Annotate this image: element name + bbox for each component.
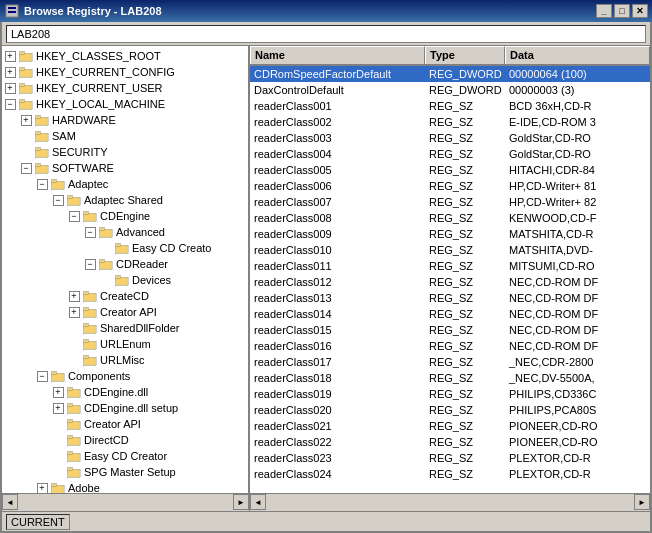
scroll-right-button[interactable]: ► (233, 494, 249, 510)
expand-icon-collapsed[interactable] (34, 480, 50, 493)
table-row[interactable]: readerClass001 REG_SZ BCD 36xH,CD-R (250, 98, 650, 114)
tree-item-creator_api2[interactable]: Creator API (2, 416, 248, 432)
table-row[interactable]: readerClass005 REG_SZ HITACHI,CDR-84 (250, 162, 650, 178)
registry-table[interactable]: CDRomSpeedFactorDefault REG_DWORD 000000… (250, 66, 650, 493)
window-controls: _ □ ✕ (596, 4, 648, 18)
tree-item-devices[interactable]: Devices (2, 272, 248, 288)
folder-icon (18, 48, 34, 64)
table-row[interactable]: readerClass009 REG_SZ MATSHITA,CD-R (250, 226, 650, 242)
table-row[interactable]: readerClass018 REG_SZ _NEC,DV-5500A, (250, 370, 650, 386)
expand-icon-expanded[interactable] (34, 368, 50, 384)
tree-item-hardware[interactable]: HARDWARE (2, 112, 248, 128)
tree-item-creator_api[interactable]: Creator API (2, 304, 248, 320)
table-row[interactable]: readerClass017 REG_SZ _NEC,CDR-2800 (250, 354, 650, 370)
tree-item-label: Easy CD Creato (132, 242, 211, 254)
col-header-name[interactable]: Name (250, 46, 425, 64)
reg-cell-name: readerClass015 (250, 324, 425, 336)
tree-item-security[interactable]: SECURITY (2, 144, 248, 160)
table-row[interactable]: readerClass012 REG_SZ NEC,CD-ROM DF (250, 274, 650, 290)
col-header-data[interactable]: Data (505, 46, 650, 64)
reg-cell-name: DaxControlDefault (250, 84, 425, 96)
table-row[interactable]: readerClass015 REG_SZ NEC,CD-ROM DF (250, 322, 650, 338)
tree-item-cdreader[interactable]: CDReader (2, 256, 248, 272)
table-row[interactable]: readerClass016 REG_SZ NEC,CD-ROM DF (250, 338, 650, 354)
tree-item-cdengine_dll[interactable]: CDEngine.dll (2, 384, 248, 400)
tree-item-cdengine[interactable]: CDEngine (2, 208, 248, 224)
scroll-right-button2[interactable]: ► (634, 494, 650, 510)
expand-icon-collapsed[interactable] (2, 64, 18, 80)
tree-item-easy_cd_creator[interactable]: Easy CD Creato (2, 240, 248, 256)
scroll-left-button[interactable]: ◄ (2, 494, 18, 510)
tree-item-shareddllfolder[interactable]: SharedDllFolder (2, 320, 248, 336)
tree-item-local_machine[interactable]: HKEY_LOCAL_MACHINE (2, 96, 248, 112)
table-row[interactable]: readerClass003 REG_SZ GoldStar,CD-RO (250, 130, 650, 146)
table-row[interactable]: readerClass021 REG_SZ PIONEER,CD-RO (250, 418, 650, 434)
expand-icon-collapsed[interactable] (66, 288, 82, 304)
table-row[interactable]: readerClass019 REG_SZ PHILIPS,CD336C (250, 386, 650, 402)
expand-icon-expanded[interactable] (34, 176, 50, 192)
tree-item-label: CDEngine.dll setup (84, 402, 178, 414)
table-row[interactable]: readerClass004 REG_SZ GoldStar,CD-RO (250, 146, 650, 162)
expand-icon-expanded[interactable] (50, 192, 66, 208)
table-row[interactable]: readerClass014 REG_SZ NEC,CD-ROM DF (250, 306, 650, 322)
reg-cell-type: REG_SZ (425, 404, 505, 416)
table-row[interactable]: readerClass013 REG_SZ NEC,CD-ROM DF (250, 290, 650, 306)
table-row[interactable]: readerClass023 REG_SZ PLEXTOR,CD-R (250, 450, 650, 466)
tree-item-components[interactable]: Components (2, 368, 248, 384)
tree-h-scrollbar[interactable]: ◄ ► (2, 494, 250, 511)
tree-item-adaptec[interactable]: Adaptec (2, 176, 248, 192)
expand-icon-expanded[interactable] (82, 256, 98, 272)
expand-icon-collapsed[interactable] (2, 48, 18, 64)
expand-icon-expanded[interactable] (18, 160, 34, 176)
table-row[interactable]: readerClass020 REG_SZ PHILIPS,PCA80S (250, 402, 650, 418)
reg-cell-type: REG_SZ (425, 356, 505, 368)
reg-h-scrollbar[interactable]: ◄ ► (250, 494, 650, 511)
table-row[interactable]: CDRomSpeedFactorDefault REG_DWORD 000000… (250, 66, 650, 82)
tree-item-current_config[interactable]: HKEY_CURRENT_CONFIG (2, 64, 248, 80)
expand-icon-collapsed[interactable] (50, 400, 66, 416)
col-header-type[interactable]: Type (425, 46, 505, 64)
expand-icon-expanded[interactable] (82, 224, 98, 240)
maximize-button[interactable]: □ (614, 4, 630, 18)
tree-item-adobe[interactable]: Adobe (2, 480, 248, 493)
expand-icon-leaf (66, 320, 82, 336)
tree-item-software[interactable]: SOFTWARE (2, 160, 248, 176)
address-input[interactable] (6, 25, 646, 43)
reg-cell-name: readerClass004 (250, 148, 425, 160)
tree-item-createcd[interactable]: CreateCD (2, 288, 248, 304)
tree-item-current_user[interactable]: HKEY_CURRENT_USER (2, 80, 248, 96)
table-row[interactable]: readerClass024 REG_SZ PLEXTOR,CD-R (250, 466, 650, 482)
table-row[interactable]: DaxControlDefault REG_DWORD 00000003 (3) (250, 82, 650, 98)
expand-icon-leaf (50, 432, 66, 448)
svg-rect-6 (19, 68, 24, 71)
table-row[interactable]: readerClass008 REG_SZ KENWOOD,CD-F (250, 210, 650, 226)
minimize-button[interactable]: _ (596, 4, 612, 18)
tree-item-sam[interactable]: SAM (2, 128, 248, 144)
expand-icon-collapsed[interactable] (2, 80, 18, 96)
expand-icon-collapsed[interactable] (18, 112, 34, 128)
table-row[interactable]: readerClass022 REG_SZ PIONEER,CD-RO (250, 434, 650, 450)
expand-icon-collapsed[interactable] (66, 304, 82, 320)
tree-item-urlmisc[interactable]: URLMisc (2, 352, 248, 368)
tree-item-spg[interactable]: SPG Master Setup (2, 464, 248, 480)
table-row[interactable]: readerClass006 REG_SZ HP,CD-Writer+ 81 (250, 178, 650, 194)
tree-item-urlenum[interactable]: URLEnum (2, 336, 248, 352)
expand-icon-expanded[interactable] (66, 208, 82, 224)
tree-item-cdengine_setup[interactable]: CDEngine.dll setup (2, 400, 248, 416)
expand-icon-expanded[interactable] (2, 96, 18, 112)
table-row[interactable]: readerClass007 REG_SZ HP,CD-Writer+ 82 (250, 194, 650, 210)
table-row[interactable]: readerClass010 REG_SZ MATSHITA,DVD- (250, 242, 650, 258)
tree-item-adaptec_shared[interactable]: Adaptec Shared (2, 192, 248, 208)
tree-item-classes_root[interactable]: HKEY_CLASSES_ROOT (2, 48, 248, 64)
table-row[interactable]: readerClass011 REG_SZ MITSUMI,CD-RO (250, 258, 650, 274)
reg-cell-name: readerClass010 (250, 244, 425, 256)
scroll-left-button2[interactable]: ◄ (250, 494, 266, 510)
tree-item-directcd[interactable]: DirectCD (2, 432, 248, 448)
table-row[interactable]: readerClass002 REG_SZ E-IDE,CD-ROM 3 (250, 114, 650, 130)
tree-content[interactable]: HKEY_CLASSES_ROOT HKEY_CURRENT_CONFIG HK… (2, 46, 248, 493)
tree-item-advanced[interactable]: Advanced (2, 224, 248, 240)
close-button[interactable]: ✕ (632, 4, 648, 18)
expand-icon-collapsed[interactable] (50, 384, 66, 400)
tree-item-easy_cd2[interactable]: Easy CD Creator (2, 448, 248, 464)
folder-icon (82, 320, 98, 336)
